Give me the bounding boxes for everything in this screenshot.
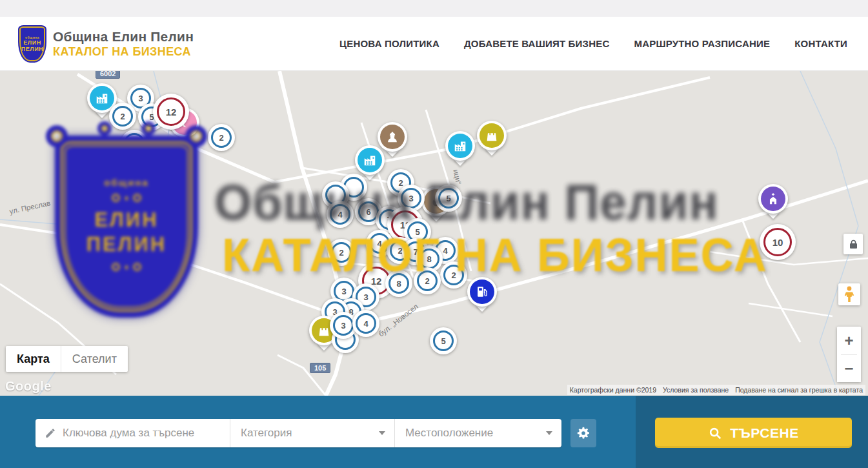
zoom-in-button[interactable]: + <box>837 327 861 354</box>
factory-icon <box>90 86 114 110</box>
search-bar: Категория Местоположение ТЪРСЕНЕ <box>0 396 868 468</box>
gear-icon <box>576 426 590 440</box>
map-cluster-marker[interactable]: 4 <box>327 201 354 228</box>
map-pin-marker[interactable] <box>355 145 385 175</box>
municipality-logo: община ЕЛИН ПЕЛИН <box>18 25 46 63</box>
map-type-map-button[interactable]: Карта <box>6 346 61 372</box>
map-cluster-marker[interactable]: 12 <box>153 94 189 130</box>
map-pin-marker[interactable] <box>445 131 475 161</box>
main-nav: ЦЕНОВА ПОЛИТИКА ДОБАВЕТЕ ВАШИЯТ БИЗНЕС М… <box>339 38 850 49</box>
pencil-icon <box>45 427 56 439</box>
bag-icon <box>479 123 504 148</box>
map-cluster-marker[interactable] <box>121 130 148 157</box>
nav-item-route-schedule[interactable]: МАРШРУТНО РАЗПИСАНИЕ <box>634 38 770 49</box>
zoom-out-button[interactable]: − <box>837 355 861 382</box>
search-icon <box>708 426 722 440</box>
map-cluster-marker[interactable]: 8 <box>385 270 412 297</box>
church-icon <box>761 187 785 211</box>
map-cluster-marker[interactable]: 2 <box>208 124 235 151</box>
search-fields-group: Категория Местоположение <box>35 419 561 447</box>
factory-icon <box>358 148 382 172</box>
factory-icon <box>448 134 472 158</box>
nav-item-pricing-policy[interactable]: ЦЕНОВА ПОЛИТИКА <box>339 38 439 49</box>
map-cluster-marker[interactable]: 10 <box>760 224 796 260</box>
site-header: община ЕЛИН ПЕЛИН Община Елин Пелин КАТА… <box>0 17 868 71</box>
map-cluster-marker[interactable]: 5 <box>430 327 457 354</box>
advanced-settings-button[interactable] <box>570 419 596 447</box>
search-button[interactable]: ТЪРСЕНЕ <box>655 418 852 448</box>
map-cluster-marker[interactable]: 5 <box>435 185 462 212</box>
map-pin-marker[interactable] <box>477 121 507 150</box>
chevron-down-icon <box>379 431 385 435</box>
nav-item-contacts[interactable]: КОНТАКТИ <box>794 38 847 49</box>
map-markers-layer: 32512223546713542274821282338334510 <box>0 71 868 396</box>
chevron-down-icon <box>546 431 552 435</box>
map-cluster-marker[interactable]: 2 <box>328 239 355 266</box>
map-pin-marker[interactable] <box>467 277 497 307</box>
map-type-control: Карта Сателит <box>6 346 128 372</box>
zoom-control: + − <box>837 327 861 382</box>
attribution-terms-link[interactable]: Условия за ползване <box>663 386 729 394</box>
map-cluster-marker[interactable]: 2 <box>414 267 441 294</box>
site-subtitle: КАТАЛОГ НА БИЗНЕСА <box>53 45 194 59</box>
attribution-report-link[interactable]: Подаване на сигнал за грешка в картата <box>735 386 863 394</box>
category-select[interactable]: Категория <box>230 419 394 447</box>
location-select[interactable]: Местоположение <box>394 419 561 447</box>
map[interactable]: 6002 105 ул. Преслав бул. „Новосел ици“ … <box>0 71 868 396</box>
map-attribution: Картографски данни ©2019 Условия за полз… <box>567 385 865 395</box>
window-top-strip <box>0 0 868 17</box>
attribution-data: Картографски данни ©2019 <box>570 386 656 394</box>
brand[interactable]: община ЕЛИН ПЕЛИН Община Елин Пелин КАТА… <box>18 25 194 63</box>
google-logo[interactable]: Google <box>5 379 52 394</box>
map-lock-button[interactable] <box>843 234 863 254</box>
keyword-field[interactable] <box>35 419 230 447</box>
map-type-satellite-button[interactable]: Сателит <box>61 346 128 372</box>
pegman-icon <box>844 286 854 303</box>
lock-icon <box>849 239 858 249</box>
fuel-icon <box>470 280 494 304</box>
map-pin-marker[interactable] <box>758 184 788 214</box>
map-cluster-marker[interactable]: 2 <box>440 261 467 289</box>
keyword-search-input[interactable] <box>63 427 222 440</box>
pegman-button[interactable] <box>838 283 860 305</box>
map-cluster-marker[interactable]: 2 <box>109 103 136 130</box>
map-cluster-marker[interactable]: 4 <box>352 310 379 337</box>
nav-item-add-business[interactable]: ДОБАВЕТЕ ВАШИЯТ БИЗНЕС <box>464 38 609 49</box>
site-title: Община Елин Пелин <box>53 29 194 45</box>
